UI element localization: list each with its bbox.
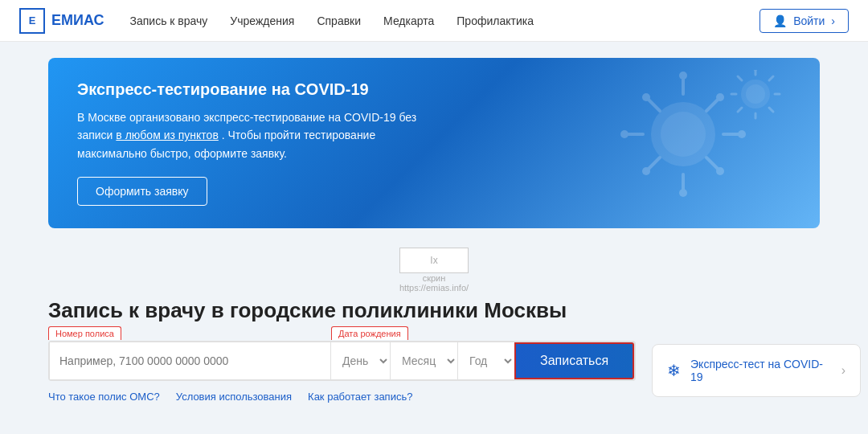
svg-line-26 [769,108,773,112]
chevron-right-icon: › [831,14,835,27]
nav-item-appointments[interactable]: Запись к врачу [130,14,208,27]
svg-point-7 [620,130,628,138]
svg-point-15 [716,93,724,101]
date-field-label: Дата рождения [331,326,408,340]
logo-text: ЕМИАС [51,12,104,29]
submit-button[interactable]: Записаться [514,342,634,379]
virus-decoration [571,70,796,199]
booking-section: Запись к врачу в городские поликлиники М… [48,297,820,403]
logo-icon: E [19,8,45,34]
express-card-label: Экспресс-тест на COVID-19 [690,358,832,383]
policy-field-label: Номер полиса [48,326,121,340]
svg-line-16 [649,158,660,169]
banner-link[interactable]: в любом из пунктов [116,129,219,141]
svg-point-3 [679,72,687,80]
logo[interactable]: E ЕМИАС [19,8,104,34]
booking-form: День Месяц Год Записаться [48,341,636,381]
svg-line-12 [706,158,718,169]
svg-point-21 [753,70,758,71]
svg-line-27 [769,76,773,80]
svg-point-11 [642,93,650,101]
booking-left: Запись к врачу в городские поликлиники М… [48,297,636,403]
express-card[interactable]: ❄ Экспресс-тест на COVID-19 › [652,344,861,397]
main-nav: Запись к врачу Учреждения Справки Медкар… [130,14,735,27]
day-select[interactable]: День [331,342,391,379]
svg-line-25 [738,76,742,80]
svg-point-5 [679,189,687,197]
nav-item-references[interactable]: Справки [317,14,361,27]
person-icon: 👤 [773,14,787,27]
header: E ЕМИАС Запись к врачу Учреждения Справк… [0,0,868,42]
nav-item-prevention[interactable]: Профилактика [457,14,534,27]
nav-item-institutions[interactable]: Учреждения [230,14,294,27]
svg-point-13 [716,167,724,175]
watermark-caption: скрин https://emias.info/ [399,273,469,293]
booking-form-wrapper: Номер полиса Дата рождения День Месяц Го… [48,341,636,381]
main-content: Экспресс-тестирование на COVID-19 В Моск… [0,42,868,419]
nav-item-medcard[interactable]: Медкарта [383,14,434,27]
snowflake-icon: ❄ [667,361,681,380]
svg-line-14 [706,100,718,111]
watermark-box-text: Ix [430,255,437,266]
svg-point-17 [642,167,650,175]
banner-text: В Москве организовано экспресс-тестирова… [77,108,447,162]
watermark-area: Ix скрин https://emias.info/ [48,248,820,293]
svg-point-19 [746,84,765,104]
svg-point-1 [661,112,706,157]
form-links: Что такое полис ОМС? Условия использован… [48,391,636,403]
watermark-box: Ix [399,248,469,273]
login-button[interactable]: 👤 Войти › [760,9,849,33]
how-it-works-link[interactable]: Как работает запись? [308,391,412,403]
booking-title: Запись к врачу в городские поликлиники М… [48,297,636,325]
chevron-right-icon: › [841,363,845,378]
oms-link[interactable]: Что такое полис ОМС? [48,391,160,403]
login-label: Войти [793,14,825,27]
date-group: День Месяц Год [331,342,514,379]
svg-line-10 [649,100,660,111]
booking-right: ❄ Экспресс-тест на COVID-19 › [652,297,861,397]
covid-banner: Экспресс-тестирование на COVID-19 В Моск… [48,58,820,228]
terms-link[interactable]: Условия использования [176,391,292,403]
svg-point-9 [738,130,746,138]
banner-submit-button[interactable]: Оформить заявку [77,177,207,206]
year-select[interactable]: Год [458,342,514,379]
svg-line-28 [738,108,742,112]
policy-input[interactable] [50,342,331,379]
month-select[interactable]: Месяц [391,342,458,379]
